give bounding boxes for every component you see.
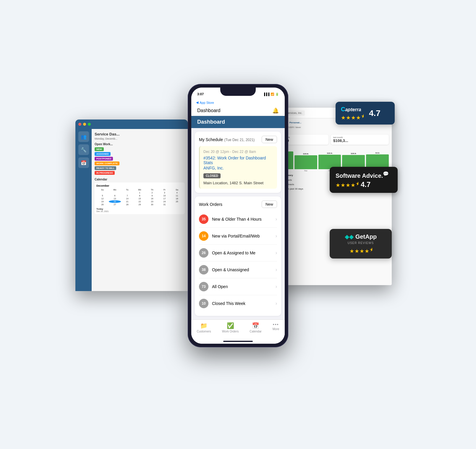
nav-customers[interactable]: 📁 Customers [197,322,211,333]
desktop-kpi-row: this month ▲2.5% $111,049 last month $10… [271,135,389,145]
nav-workorders[interactable]: ✅ Work Orders [222,322,239,333]
laptop-dot-red [78,123,81,126]
laptop-calendar: December Su Mo Tu We Th Fr Sa [95,182,185,214]
software-advice-stars-row: ★★★★★ 4.7 [336,180,392,189]
chevron-icon-1: › [276,233,277,239]
scene: 👥 🔧 📅 Service Das... Monday, Decemb... O… [75,84,401,365]
wo-badge-assigned: 26 [199,248,208,258]
laptop-dot-yellow [83,123,86,126]
wo-label-allopen: All Open [212,284,272,289]
chevron-icon-4: › [276,284,277,289]
badge-inprogress: IN PROGRESS [95,171,115,175]
phone-notch [220,88,256,96]
capterra-logo: Capterra [341,105,361,113]
work-card-date: Dec 20 @ 12pm - Dec 22 @ 8am [203,150,273,154]
wo-badge-unassigned: 38 [199,265,208,274]
wifi-icon: 📶 [271,93,274,96]
getapp-logo: ◆◆ GetApp [336,233,386,240]
wo-badge-closedweek: 10 [199,299,208,308]
wo-title: Work Orders [199,202,222,207]
wo-label-closedweek: Closed This Week [212,301,272,306]
phone-dashboard-title: Dashboard [197,119,225,125]
phone-time: 3:07 [197,92,204,96]
home-bar [223,341,253,342]
phone-status-icons: ▐▐▐ 📶 🔋 [263,93,279,96]
software-advice-title: Software Advice.💬 [336,171,392,179]
chevron-icon-2: › [276,250,277,256]
getapp-reviews-label: USER REVIEWS [336,241,386,245]
closed-badge: CLOSED [203,173,221,178]
sidebar-customers-icon[interactable]: 👥 [78,131,89,142]
sidebar-cal-icon[interactable]: 📅 [78,157,89,168]
sidebar-wo-icon[interactable]: 🔧 [78,144,89,155]
getapp-stars-row: ★★★★★ [336,246,386,254]
work-card-company[interactable]: ANFG, Inc. [203,166,273,170]
wo-label-portal: New via Portal/Email/Web [212,234,272,238]
wo-item-allopen[interactable]: 73 All Open › [199,278,277,295]
capterra-badge: Capterra ★★★★★ 4.7 [336,102,395,125]
wo-item-assigned[interactable]: 26 Open & Assigned to Me › [199,245,277,261]
chevron-icon-0: › [276,217,277,222]
desktop-kpi-value-2: $108,3... [333,138,386,143]
laptop-open-wo-label: Open Work... [95,143,185,146]
wo-label-new-older: New & Older Than 4 Hours [212,217,272,222]
back-arrow-icon: ◀ [196,101,198,104]
wo-item-portal[interactable]: 14 New via Portal/Email/Web › [199,228,277,245]
nav-calendar[interactable]: 📅 Calendar [250,322,262,333]
schedule-header: My Schedule (Tue Dec 21, 2021) New [199,136,277,143]
wo-item-closedweek[interactable]: 10 Closed This Week › [199,295,277,312]
chevron-icon-5: › [276,301,277,306]
nav-more[interactable]: ••• More [273,322,279,333]
work-order-card: Dec 20 @ 12pm - Dec 22 @ 8am #3542: Work… [199,146,277,189]
wo-label-assigned: Open & Assigned to Me [212,251,272,255]
phone-nav-title: Dashboard [197,108,220,113]
software-advice-score: 4.7 [361,180,370,189]
badge-workcomplete: WORK COMPLETE [95,161,119,165]
work-orders-section: Work Orders New 35 New & Older Than 4 Ho… [195,196,281,316]
phone-device: 3:07 ▐▐▐ 📶 🔋 ◀ App Store Dashboard 🔔 Das… [188,84,288,347]
laptop-calendar-title: Calendar [95,178,185,181]
wo-badge-new-older: 35 [199,214,208,224]
phone-body: My Schedule (Tue Dec 21, 2021) New Dec 2… [191,128,285,344]
wo-header: Work Orders New [199,201,277,208]
desktop-billing-title: Service Billing [271,131,389,133]
battery-icon: 🔋 [275,93,279,96]
schedule-new-button[interactable]: New [262,136,277,143]
schedule-section: My Schedule (Tue Dec 21, 2021) New Dec 2… [195,132,281,193]
customers-nav-icon: 📁 [200,322,208,329]
desktop-auto-refresh: AUTO-REFRESH EVERY: Never [271,126,389,128]
software-advice-badge: Software Advice.💬 ★★★★★ 4.7 [330,167,398,193]
phone-home-indicator [191,339,285,344]
more-nav-label: More [273,327,279,331]
phone-status-bar: 3:07 ▐▐▐ 📶 🔋 [191,88,285,101]
bell-icon: 🔔 [272,107,279,114]
chevron-icon-3: › [276,267,277,272]
laptop-date: Monday, Decemb... [95,137,185,140]
wo-badge-portal: 14 [199,231,208,241]
wo-item-unassigned[interactable]: 38 Open & Unassigned › [199,261,277,278]
wo-new-button[interactable]: New [262,201,277,208]
capterra-score: 4.7 [369,109,381,118]
phone-header: Dashboard 🔔 [191,106,285,116]
customers-nav-label: Customers [197,330,211,333]
wo-item-new-older[interactable]: 35 New & Older Than 4 Hours › [199,211,277,228]
schedule-title: My Schedule [199,137,223,142]
software-advice-stars: ★★★★★ [336,180,358,188]
workorders-nav-label: Work Orders [222,330,239,333]
getapp-badge: ◆◆ GetApp USER REVIEWS ★★★★★ [330,229,392,259]
calendar-nav-icon: 📅 [252,322,259,329]
getapp-stars: ★★★★★ [349,246,372,254]
work-card-title[interactable]: #3542: Work Order for Dashboard Stats [203,156,273,165]
laptop-today-label: Dec 20, 2021 [96,210,183,212]
desktop-nav-personal[interactable]: Personal... [289,121,301,125]
phone-blue-header: Dashboard [191,116,285,128]
cal-month-label: December [96,184,109,187]
badge-postponed: POSTPONED [95,157,113,161]
getapp-diamonds-icon: ◆◆ [345,233,354,240]
badge-readytobill: READY TO BILL [95,166,116,170]
workorders-nav-icon: ✅ [227,322,234,329]
more-nav-icon: ••• [273,322,279,327]
capterra-stars: ★★★★★ [341,113,364,121]
cal-grid: Su Mo Tu We Th Fr Sa 1 2 3 [96,188,183,206]
badge-new: NEW [95,147,104,151]
